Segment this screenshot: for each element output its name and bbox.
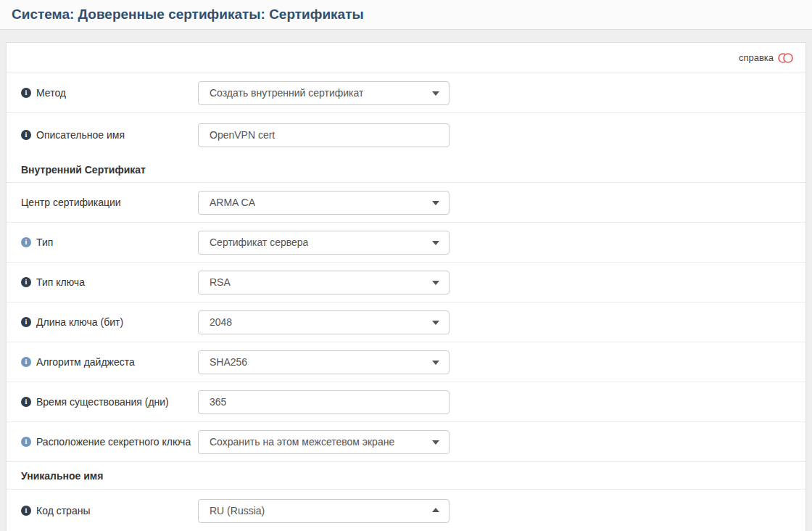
field-label: Метод xyxy=(36,87,66,99)
field-label: Алгоритм дайджеста xyxy=(36,356,135,368)
form-panel: справка i Метод Создать внутренний серти… xyxy=(6,42,806,531)
field-label: Время существования (дни) xyxy=(36,396,169,408)
select-value: RSA xyxy=(210,276,231,288)
label-cell: i Тип ключа xyxy=(21,276,198,288)
label-cell: i Метод xyxy=(21,87,198,99)
chevron-down-icon xyxy=(432,321,439,325)
label-cell: i Тип xyxy=(21,236,198,248)
lifetime-days-input[interactable] xyxy=(198,390,450,414)
form-row: i Алгоритм дайджеста SHA256 xyxy=(7,342,805,382)
select-value: Создать внутренний сертификат xyxy=(210,87,363,99)
label-cell: i Время существования (дни) xyxy=(21,396,198,408)
descriptive-name-input[interactable] xyxy=(198,123,450,147)
info-icon[interactable]: i xyxy=(21,397,31,407)
country-code-select[interactable]: RU (Russia) xyxy=(198,499,450,523)
label-cell: i Алгоритм дайджеста xyxy=(21,356,198,368)
form-row: i Расположение секретного ключа Сохранит… xyxy=(7,422,805,462)
page-header: Система: Доверенные сертификаты: Сертифи… xyxy=(0,0,812,30)
form-section-row: Внутренний Сертификат xyxy=(7,157,805,183)
label-cell: i Код страны xyxy=(21,505,198,516)
form-row: i Описательное имя xyxy=(7,113,805,157)
field-label: Описательное имя xyxy=(36,129,125,141)
type-select[interactable]: Сертификат сервера xyxy=(198,231,450,255)
chevron-down-icon xyxy=(432,91,439,96)
field-label: Расположение секретного ключа xyxy=(36,436,191,448)
info-icon[interactable]: i xyxy=(21,277,31,287)
chevron-down-icon xyxy=(432,281,439,285)
private-key-location-select[interactable]: Сохранить на этом межсетевом экране xyxy=(198,430,450,454)
form-row: i Время существования (дни) xyxy=(7,382,805,422)
select-value: Сертификат сервера xyxy=(210,236,308,248)
label-cell: i Расположение секретного ключа xyxy=(21,436,198,448)
select-value: 2048 xyxy=(210,316,232,328)
chevron-up-icon xyxy=(432,508,439,512)
select-value: SHA256 xyxy=(210,356,247,368)
form-row: Центр сертификации ARMA CA xyxy=(7,183,805,223)
form-row: i Метод Создать внутренний сертификат xyxy=(7,73,805,113)
info-icon[interactable]: i xyxy=(21,357,31,367)
help-toggle[interactable]: справка xyxy=(739,52,794,64)
select-value: ARMA CA xyxy=(210,197,255,208)
field-label: Код страны xyxy=(36,505,90,516)
chevron-down-icon xyxy=(432,361,439,365)
form-row: i Длина ключа (бит) 2048 xyxy=(7,302,805,342)
label-cell: i Описательное имя xyxy=(21,129,198,141)
label-cell: i Длина ключа (бит) xyxy=(21,316,198,328)
form-row: i Код страны RU (Russia) xyxy=(7,490,805,531)
info-icon[interactable]: i xyxy=(21,317,31,327)
form-row: i Тип ключа RSA xyxy=(7,263,805,302)
form-row: i Тип Сертификат сервера xyxy=(7,223,805,263)
info-icon[interactable]: i xyxy=(21,437,31,447)
info-icon[interactable]: i xyxy=(21,88,31,98)
info-icon[interactable]: i xyxy=(21,130,31,140)
section-title: Внутренний Сертификат xyxy=(21,164,146,176)
field-label: Тип xyxy=(36,236,53,248)
field-label: Тип ключа xyxy=(36,276,85,288)
form-rows: i Метод Создать внутренний сертификат i … xyxy=(7,73,805,531)
key-type-select[interactable]: RSA xyxy=(198,271,450,295)
chevron-down-icon xyxy=(432,241,439,245)
help-toggle-off-icon xyxy=(777,52,794,64)
help-row: справка xyxy=(7,43,805,73)
info-icon[interactable]: i xyxy=(21,237,31,247)
certificate-authority-select[interactable]: ARMA CA xyxy=(198,191,450,215)
field-label: Длина ключа (бит) xyxy=(36,316,123,328)
key-length-select[interactable]: 2048 xyxy=(198,310,450,334)
form-section-row: Уникальное имя xyxy=(7,462,805,490)
page-title: Система: Доверенные сертификаты: Сертифи… xyxy=(12,7,800,22)
label-cell: Центр сертификации xyxy=(21,197,198,208)
field-label: Центр сертификации xyxy=(21,197,121,208)
method-select[interactable]: Создать внутренний сертификат xyxy=(198,81,450,105)
info-icon[interactable]: i xyxy=(21,506,31,516)
section-title: Уникальное имя xyxy=(21,470,103,482)
select-value: Сохранить на этом межсетевом экране xyxy=(210,436,394,448)
select-value: RU (Russia) xyxy=(210,505,265,516)
chevron-down-icon xyxy=(432,201,439,205)
chevron-down-icon xyxy=(432,440,439,445)
digest-algorithm-select[interactable]: SHA256 xyxy=(198,350,450,374)
help-toggle-label: справка xyxy=(739,52,774,63)
